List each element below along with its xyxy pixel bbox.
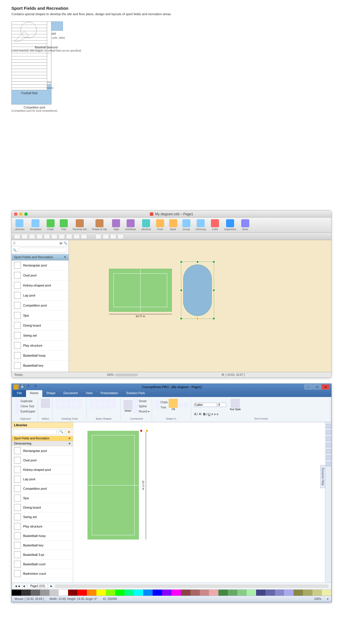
next-page[interactable]: ► [50, 584, 53, 588]
shape-tool[interactable] [77, 404, 82, 409]
library-item[interactable]: Kidney-shaped pool [12, 280, 69, 291]
italic-button[interactable]: I [206, 412, 207, 416]
library-item[interactable]: Lap pool [12, 291, 69, 301]
shape-btn[interactable] [184, 402, 189, 407]
color-swatch[interactable] [303, 590, 312, 596]
resize-handle[interactable] [213, 317, 215, 320]
toolbar-front[interactable]: Front [156, 219, 164, 231]
color-swatch[interactable] [12, 590, 21, 596]
toolbar-identical[interactable]: Identical [141, 219, 151, 231]
app-icon[interactable] [13, 384, 19, 390]
basic-shape[interactable] [100, 404, 105, 409]
basic-shape[interactable] [106, 404, 110, 409]
align-center[interactable]: ≡ [214, 412, 216, 416]
chain-button[interactable]: Chain [155, 400, 168, 404]
font-a-small[interactable]: A↓ [199, 412, 202, 416]
side-tool[interactable] [326, 430, 331, 435]
library-item[interactable]: Spa [12, 493, 73, 503]
undo-icon[interactable]: ↶ [27, 384, 32, 390]
close-button[interactable] [14, 212, 17, 216]
resize-handle[interactable] [213, 261, 215, 263]
shape-tool[interactable] [61, 399, 65, 403]
zoom-dropdown-icon[interactable]: ▾ [327, 597, 328, 600]
tool-btn[interactable] [73, 234, 80, 239]
toolbar-back[interactable]: Back [169, 219, 177, 231]
underline-button[interactable]: U [208, 412, 210, 416]
tool-btn[interactable] [29, 234, 35, 239]
library-item[interactable]: Basketball hoop [12, 351, 69, 361]
library-item[interactable]: Swing set [12, 512, 73, 522]
selection-handle[interactable] [146, 430, 148, 432]
shape-tool[interactable] [66, 399, 71, 403]
tool-btn[interactable] [14, 234, 20, 239]
tool-btn[interactable] [51, 234, 57, 239]
toolbar-chain[interactable]: Chain [47, 219, 55, 231]
color-swatch[interactable] [115, 590, 125, 596]
align-right[interactable]: ≡ [217, 412, 218, 416]
page-indicator[interactable]: Page1 (1/1) [28, 584, 48, 588]
toolbar-save[interactable]: Save [241, 219, 249, 231]
color-swatch[interactable] [21, 590, 31, 596]
toolbar-reverselink[interactable]: Reverse link [73, 219, 87, 231]
toolbar-align[interactable]: Align [112, 219, 120, 231]
grid-icon[interactable]: ▦ [59, 241, 62, 245]
rotate-handle[interactable] [196, 317, 199, 320]
zoom-slider[interactable] [115, 374, 138, 376]
font-a-large[interactable]: A↑ [194, 412, 198, 416]
color-swatch[interactable] [312, 590, 322, 596]
library-item[interactable]: Swing set [12, 331, 69, 341]
zoom-status[interactable]: 100% [314, 597, 321, 600]
basic-shape[interactable] [111, 399, 116, 403]
library-item[interactable]: Basketball 3-pt. [12, 550, 73, 560]
color-swatch[interactable] [181, 590, 190, 596]
align-left[interactable]: ≡ [211, 412, 213, 416]
color-swatch[interactable] [96, 590, 106, 596]
color-swatch[interactable] [77, 590, 87, 596]
basic-shape[interactable] [95, 399, 99, 403]
close-button[interactable]: ✕ [322, 384, 330, 390]
redo-icon[interactable]: ↷ [34, 384, 39, 390]
basic-shape[interactable] [95, 404, 99, 409]
save-icon[interactable]: 💾 [20, 384, 25, 390]
toolbar-ungroup[interactable]: UnGroup [196, 219, 206, 231]
color-swatch[interactable] [237, 590, 247, 596]
library-item[interactable]: Oval pool [12, 270, 69, 280]
prev-page[interactable]: ◄ [23, 584, 25, 588]
tab-shape[interactable]: Shape [42, 390, 59, 397]
side-tool[interactable] [326, 462, 331, 466]
color-swatch[interactable] [68, 590, 77, 596]
color-swatch[interactable] [190, 590, 200, 596]
color-swatch[interactable] [31, 590, 40, 596]
color-swatch[interactable] [125, 590, 134, 596]
color-swatch[interactable] [200, 590, 209, 596]
hscrollbar[interactable] [55, 584, 328, 588]
select-tool[interactable] [41, 399, 50, 408]
shape-tool[interactable] [61, 404, 65, 409]
toolbar-tree[interactable]: Tree [60, 219, 68, 231]
library-item[interactable]: Spa [12, 311, 69, 321]
round-connector[interactable]: Round ▾ [133, 409, 149, 414]
mac-titlebar[interactable]: My diagram.cdd – Page1 [12, 211, 331, 218]
duplicate-button[interactable]: Duplicate [15, 399, 33, 403]
library-item[interactable]: Lap pool [12, 475, 73, 484]
tool-btn[interactable] [81, 234, 87, 239]
clone-button[interactable]: Clone Tool [15, 404, 34, 408]
minimize-button[interactable] [19, 212, 23, 216]
color-swatch[interactable] [218, 590, 228, 596]
color-swatch[interactable] [87, 590, 96, 596]
side-tool[interactable] [326, 424, 331, 428]
tennis-court-object[interactable] [87, 431, 139, 540]
fill-button[interactable] [169, 399, 178, 408]
library-item[interactable]: Badminton court [12, 569, 73, 578]
tennis-court-object[interactable] [109, 269, 172, 312]
minimize-button[interactable]: ─ [304, 384, 312, 390]
color-swatch[interactable] [275, 590, 284, 596]
toolbar-group[interactable]: Group [182, 219, 190, 231]
library-item[interactable]: Rectangular pool [12, 446, 73, 456]
toolbar-color[interactable]: Color [211, 219, 219, 231]
side-tool[interactable] [326, 443, 331, 447]
smart-connector[interactable]: Smart [133, 399, 149, 403]
color-swatch[interactable] [40, 590, 49, 596]
library-item[interactable]: Play structure [12, 522, 73, 531]
toolbar-libraries[interactable]: Libraries [15, 219, 25, 231]
